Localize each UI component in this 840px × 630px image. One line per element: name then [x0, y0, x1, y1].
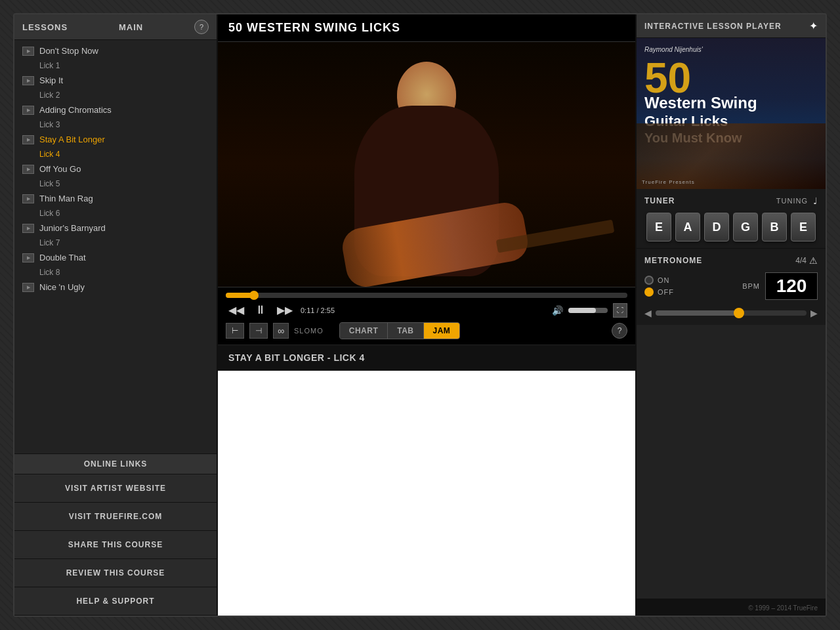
- app-frame: LESSONS MAIN ? Don't Stop Now Lick 1 Ski…: [13, 13, 827, 617]
- cover-logo-text-bottom: TrueFire Presents: [642, 175, 695, 186]
- radio-off-label: OFF: [658, 288, 674, 296]
- controls-help-button[interactable]: ?: [612, 323, 627, 339]
- rewind-button[interactable]: ◀◀: [226, 303, 247, 318]
- tuner-keys: E A D G B E: [644, 213, 818, 242]
- pause-button[interactable]: ⏸: [252, 302, 269, 318]
- radio-on-label: ON: [658, 276, 670, 284]
- fast-forward-button[interactable]: ▶▶: [274, 303, 295, 318]
- volume-fill: [568, 308, 596, 313]
- radio-on-dot: [644, 276, 654, 285]
- sub-item-lick3[interactable]: Lick 3: [14, 118, 217, 131]
- lesson-item-stay-a-bit-longer[interactable]: Stay A Bit Longer: [14, 131, 217, 148]
- lesson-item-thin-man-rag[interactable]: Thin Man Rag: [14, 190, 217, 207]
- sub-item-lick1[interactable]: Lick 1: [14, 59, 217, 72]
- lesson-icon: [22, 106, 34, 115]
- metro-slider[interactable]: [656, 310, 807, 316]
- lesson-icon: [22, 253, 34, 262]
- video-placeholder: [218, 42, 635, 287]
- metro-time-sig-area: 4/4 ⚠: [795, 255, 818, 266]
- tuner-section: TUNER TUNING ♩ E A D G B E: [637, 189, 826, 249]
- lesson-icon: [22, 165, 34, 174]
- volume-icon: 🔊: [552, 305, 563, 316]
- sub-item-lick4[interactable]: Lick 4: [14, 148, 217, 161]
- share-course-button[interactable]: SHARE THIS COURSE: [14, 531, 217, 559]
- lesson-icon: [22, 47, 34, 56]
- jam-mode-button[interactable]: JAM: [424, 323, 460, 339]
- metro-title: METRONOME: [644, 256, 702, 265]
- sub-item-lick8[interactable]: Lick 8: [14, 266, 217, 279]
- tuner-key-a[interactable]: A: [675, 213, 700, 242]
- metro-time-sig: 4/4: [795, 256, 807, 265]
- step-forward-btn[interactable]: ⊢: [226, 323, 244, 339]
- bpm-value: 120: [765, 272, 818, 300]
- sub-item-lick7[interactable]: Lick 7: [14, 236, 217, 249]
- visit-truefire-button[interactable]: VISIT TRUEFIRE.COM: [14, 503, 217, 531]
- tuner-key-e-low[interactable]: E: [646, 213, 671, 242]
- progress-bar[interactable]: [226, 293, 627, 298]
- progress-thumb: [249, 291, 259, 300]
- sub-item-lick6[interactable]: Lick 6: [14, 207, 217, 220]
- video-container[interactable]: [218, 42, 635, 287]
- visit-artist-button[interactable]: VISIT ARTIST WEBSITE: [14, 474, 217, 503]
- ilp-title: INTERACTIVE LESSON PLAYER: [644, 22, 782, 31]
- help-support-button[interactable]: HELP & SUPPORT: [14, 587, 217, 616]
- lesson-item-adding-chromatics[interactable]: Adding Chromatics: [14, 102, 217, 118]
- tuner-key-b[interactable]: B: [762, 213, 787, 242]
- review-course-button[interactable]: REVIEW THIS COURSE: [14, 559, 217, 587]
- main-label: MAIN: [119, 22, 143, 32]
- slider-left-arrow[interactable]: ◀: [644, 308, 652, 318]
- tab-mode-button[interactable]: TAB: [388, 323, 423, 339]
- left-panel: LESSONS MAIN ? Don't Stop Now Lick 1 Ski…: [14, 14, 218, 616]
- lesson-icon: [22, 76, 34, 85]
- truefire-logo-icon: ✦: [809, 20, 818, 32]
- lessons-list: Don't Stop Now Lick 1 Skip It Lick 2 Add…: [14, 40, 217, 453]
- controls-row: ◀◀ ⏸ ▶▶ 0:11 / 2:55 🔊 ⛶: [226, 302, 627, 318]
- lesson-item-off-you-go[interactable]: Off You Go: [14, 161, 217, 177]
- step-back-btn[interactable]: ⊣: [249, 323, 268, 339]
- lessons-label: LESSONS: [22, 22, 68, 32]
- tuner-key-g[interactable]: G: [733, 213, 758, 242]
- right-panel-spacer: [637, 325, 826, 598]
- metro-slider-thumb: [734, 308, 744, 318]
- lesson-item-skip-it[interactable]: Skip It: [14, 72, 217, 89]
- radio-on[interactable]: ON: [644, 276, 674, 285]
- lesson-item-dont-stop-now[interactable]: Don't Stop Now: [14, 43, 217, 59]
- help-button[interactable]: ?: [194, 20, 209, 34]
- bpm-label: BPM: [742, 282, 760, 290]
- video-title: 50 WESTERN SWING LICKS: [228, 21, 400, 34]
- tuning-label: TUNING: [776, 197, 808, 205]
- radio-off[interactable]: OFF: [644, 287, 674, 297]
- bpm-display: BPM 120: [742, 272, 818, 300]
- lesson-item-juniors-barnyard[interactable]: Junior's Barnyard: [14, 220, 217, 236]
- radio-group: ON OFF: [644, 276, 674, 297]
- cover-author: Raymond Nijenhuis': [644, 46, 818, 53]
- slider-right-arrow[interactable]: ▶: [810, 308, 818, 318]
- lesson-item-double-that[interactable]: Double That: [14, 249, 217, 266]
- loop-button[interactable]: ∞: [273, 323, 289, 339]
- link-buttons-container: VISIT ARTIST WEBSITE VISIT TRUEFIRE.COM …: [14, 474, 217, 616]
- cover-title-line1: Western Swing: [644, 94, 818, 113]
- right-panel: INTERACTIVE LESSON PLAYER ✦ Raymond Nije…: [635, 14, 826, 616]
- footer-bar: © 1999 – 2014 TrueFire: [637, 598, 826, 616]
- chart-area: [218, 371, 635, 616]
- tuner-key-e-high[interactable]: E: [791, 213, 816, 242]
- sub-item-lick5[interactable]: Lick 5: [14, 177, 217, 190]
- video-controls: ◀◀ ⏸ ▶▶ 0:11 / 2:55 🔊 ⛶: [218, 287, 635, 345]
- volume-slider[interactable]: [568, 308, 608, 313]
- radio-off-dot: [644, 287, 654, 297]
- course-cover[interactable]: Raymond Nijenhuis' 50 Western Swing Guit…: [637, 38, 826, 189]
- lesson-item-nice-ugly[interactable]: Nice 'n Ugly: [14, 279, 217, 295]
- fullscreen-button[interactable]: ⛶: [613, 303, 627, 318]
- tuner-title: TUNER: [644, 196, 675, 205]
- online-links-header: ONLINE LINKS: [14, 453, 217, 474]
- lesson-label-text: STAY A BIT LONGER - LICK 4: [228, 352, 365, 363]
- lesson-icon: [22, 135, 34, 144]
- metro-controls: ON OFF BPM 120: [644, 272, 818, 300]
- time-display: 0:11 / 2:55: [301, 306, 335, 314]
- lesson-icon: [22, 224, 34, 233]
- chart-mode-button[interactable]: CHART: [340, 323, 388, 339]
- sub-item-lick2[interactable]: Lick 2: [14, 89, 217, 102]
- lessons-header: LESSONS MAIN ?: [14, 14, 217, 40]
- metronome-section: METRONOME 4/4 ⚠ ON OFF: [637, 249, 826, 325]
- tuner-key-d[interactable]: D: [704, 213, 729, 242]
